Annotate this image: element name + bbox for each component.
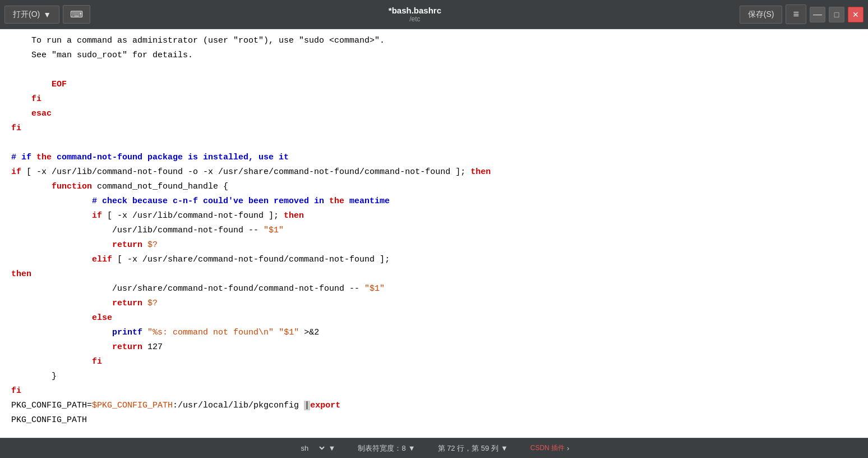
code-line: if [ -x /usr/lib/command-not-found ]; th… (11, 209, 857, 223)
minimize-button[interactable]: — (810, 7, 825, 22)
code-line: return $? (11, 238, 857, 253)
code-line: # if the command-not-found package is in… (11, 150, 857, 165)
code-line: else (11, 311, 857, 326)
code-content: To run a command as administrator (user … (0, 34, 868, 428)
code-line: # check because c-n-f could've been remo… (11, 194, 857, 209)
toolbar-center: *bash.bashrc /etc (90, 6, 740, 23)
code-line: return $? (11, 296, 857, 311)
code-line: /usr/share/command-not-found/command-not… (11, 282, 857, 296)
menu-button[interactable]: ≡ (786, 4, 806, 24)
file-title: *bash.bashrc (389, 6, 441, 15)
keyboard-button[interactable]: ⌨ (63, 5, 90, 24)
code-line: function command_not_found_handle { (11, 180, 857, 194)
maximize-icon: □ (834, 10, 839, 19)
tab-status: 制表符宽度：8 ▼ (358, 443, 415, 454)
toolbar-right: 保存(S) ≡ — □ ✕ (740, 4, 864, 24)
close-icon: ✕ (852, 10, 859, 19)
plugin-status: CSDN 插件 › (530, 443, 570, 453)
file-path: /etc (409, 15, 420, 23)
save-button[interactable]: 保存(S) (740, 6, 783, 24)
shell-arrow-icon: ▼ (329, 444, 336, 452)
code-line: printf "%s: command not found\n" "$1" >&… (11, 326, 857, 340)
minimize-icon: — (813, 10, 822, 20)
code-line: To run a command as administrator (user … (11, 34, 857, 48)
tab-label: 制表符宽度：8 (358, 443, 405, 454)
toolbar: 打开(O) ▼ ⌨ *bash.bashrc /etc 保存(S) ≡ — □ … (0, 0, 868, 29)
tab-arrow-icon: ▼ (408, 444, 415, 452)
open-label: 打开(O) (13, 10, 40, 20)
close-button[interactable]: ✕ (848, 7, 864, 22)
code-line (11, 63, 857, 77)
maximize-button[interactable]: □ (829, 7, 844, 22)
code-line: elif [ -x /usr/share/command-not-found/c… (11, 253, 857, 267)
shell-status: sh bash zsh ▼ (299, 443, 336, 453)
menu-icon: ≡ (793, 8, 799, 20)
code-line: fi (11, 355, 857, 369)
position-arrow-icon: ▼ (501, 444, 508, 452)
code-line: esac (11, 107, 857, 121)
code-line: PKG_CONFIG_PATH=$PKG_CONFIG_PATH:/usr/lo… (11, 399, 857, 413)
keyboard-icon: ⌨ (70, 10, 83, 19)
open-button[interactable]: 打开(O) ▼ (4, 6, 59, 24)
code-line: then (11, 267, 857, 282)
code-line: } (11, 369, 857, 384)
code-line: See "man sudo_root" for details. (11, 48, 857, 63)
shell-select[interactable]: sh bash zsh (299, 443, 326, 453)
code-line: fi (11, 121, 857, 136)
plugin-arrow-icon: › (567, 444, 569, 452)
code-line: return 127 (11, 340, 857, 355)
code-line (11, 136, 857, 150)
position-label: 第 72 行，第 59 列 (438, 443, 498, 454)
editor[interactable]: To run a command as administrator (user … (0, 29, 868, 438)
code-line: PKG_CONFIG_PATH (11, 413, 857, 428)
code-line: EOF (11, 77, 857, 92)
toolbar-left: 打开(O) ▼ ⌨ (4, 5, 90, 24)
dropdown-arrow-icon: ▼ (43, 10, 51, 19)
code-line: /usr/lib/command-not-found -- "$1" (11, 223, 857, 238)
code-line: fi (11, 384, 857, 399)
csdn-plugin-label: CSDN 插件 (530, 443, 565, 453)
statusbar: sh bash zsh ▼ 制表符宽度：8 ▼ 第 72 行，第 59 列 ▼ … (0, 438, 868, 458)
code-line: fi (11, 92, 857, 107)
position-status: 第 72 行，第 59 列 ▼ (438, 443, 508, 454)
code-line: if [ -x /usr/lib/command-not-found -o -x… (11, 165, 857, 180)
